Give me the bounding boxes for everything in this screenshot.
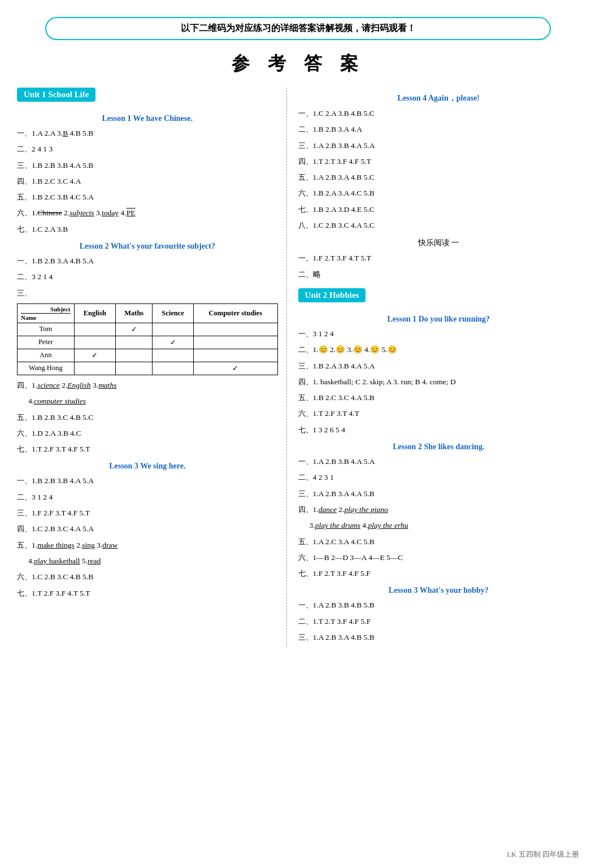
- lesson4-row2: 二、1.B 2.B 3.A 4.A: [298, 123, 579, 136]
- lesson4-row4: 四、1.T 2.T 3.F 4.F 5.T: [298, 155, 579, 168]
- left-column: Unit 1 School Life Lesson 1 We have Chin…: [17, 88, 287, 646]
- u2l1-row6: 六、1.T 2.F 3.T 4.T: [298, 407, 579, 420]
- u2l2-row3: 三、1.A 2.B 3.A 4.A 5.B: [298, 487, 579, 501]
- table-row: Wang Hong ✓: [18, 362, 278, 375]
- lesson2-row7: 七、1.T 2.F 3.T 4.F 5.T: [17, 442, 278, 456]
- lesson1-row7: 七、1.C 2.A 3.B: [17, 223, 278, 236]
- lesson3-row2: 二、3 1 2 4: [17, 491, 278, 504]
- table-row: Peter ✓: [18, 336, 278, 349]
- u2l2-row4b: 3.play the drums 4.play the erhu: [298, 519, 579, 532]
- u2l1-row2: 二、1.😊 2.😊 3.😊 4.😊 5.😊: [298, 343, 579, 357]
- u2l2-row7: 七、1.F 2.T 3.F 4.F 5.F: [298, 567, 579, 580]
- lesson1-row2: 二、2 4 1 3: [17, 142, 278, 156]
- lesson1-row3: 三、1.B 2.B 3.B 4.A 5.B: [17, 159, 278, 172]
- lesson1-row5: 五、1.B 2.C 3.B 4.C 5.A: [17, 190, 278, 204]
- kuaile-row2: 二、略: [298, 268, 579, 281]
- top-banner: 以下二维码为对应练习的详细答案讲解视频，请扫码观看！: [45, 17, 551, 40]
- u2l1-row4: 四、1. basketball; C 2. skip; A 3. run; B …: [298, 375, 579, 389]
- lesson2-row5: 五、1.B 2.B 3.C 4.B 5.C: [17, 411, 278, 424]
- kuaile-row1: 一、1.F 2.T 3.F 4.T 5.T: [298, 251, 579, 265]
- u2l1-row1: 一、3 1 2 4: [298, 327, 579, 341]
- lesson3-row3: 三、1.F 2.F 3.T 4.F 5.T: [17, 506, 278, 520]
- lesson4-row6: 六、1.B 2.A 3.A 4.C 5.B: [298, 186, 579, 200]
- u2l2-row5: 五、1.A 2.C 3.A 4.C 5.B: [298, 535, 579, 549]
- table-row: Ann ✓: [18, 349, 278, 362]
- right-column: Lesson 4 Again，please! 一、1.C 2.A 3.B 4.B…: [287, 88, 579, 646]
- lesson3-row7: 七、1.T 2.F 3.F 4.T 5.T: [17, 587, 278, 600]
- subject-table: Subject Name English Maths Science Compu…: [17, 303, 278, 375]
- main-title: 参 考 答 案: [17, 51, 579, 76]
- lesson4-row5: 五、1.A 2.B 3.A 4.B 5.C: [298, 171, 579, 184]
- u2l3-row2: 二、1.T 2.T 3.F 4.F 5.F: [298, 615, 579, 628]
- u2l3-row3: 三、1.A 2.B 3.A 4.B 5.B: [298, 631, 579, 644]
- u2l1-row3: 三、1.B 2.A 3.B 4.A 5.A: [298, 359, 579, 373]
- lesson3-row1: 一、1.B 2.B 3.B 4.A 5.A: [17, 474, 278, 488]
- kuaile-title: 快乐阅读 一: [298, 238, 579, 248]
- u2l2-row1: 一、1.A 2.B 3.B 4.A 5.A: [298, 455, 579, 468]
- lesson2-row3: 三、: [17, 287, 278, 300]
- lesson3-title: Lesson 3 We sing here.: [17, 462, 278, 471]
- lesson2-row4: 四、1.science 2.English 3.maths: [17, 379, 278, 392]
- lesson2-title: Lesson 2 What's your favourite subject?: [17, 242, 278, 251]
- lesson4-row7: 七、1.B 2.A 3.D 4.E 5.C: [298, 203, 579, 216]
- table-header-maths: Maths: [116, 303, 153, 323]
- unit2-badge: Unit 2 Hobbies: [298, 288, 366, 302]
- u2lesson2-title: Lesson 2 She likes dancing.: [298, 442, 579, 452]
- footer: LK 五四制 四年级上册: [507, 849, 579, 860]
- u2l2-row2: 二、4 2 3 1: [298, 471, 579, 484]
- lesson2-row6: 六、1.D 2.A 3.B 4.C: [17, 427, 278, 440]
- table-header-name: Subject Name: [18, 303, 75, 323]
- table-header-science: Science: [153, 303, 194, 323]
- u2lesson1-title: Lesson 1 Do you like running?: [298, 315, 579, 324]
- u2lesson3-title: Lesson 3 What's your hobby?: [298, 586, 579, 595]
- unit1-badge: Unit 1 School Life: [17, 88, 95, 102]
- table-header-computer: Computer studies: [193, 303, 277, 323]
- lesson4-row1: 一、1.C 2.A 3.B 4.B 5.C: [298, 107, 579, 120]
- lesson4-row8: 八、1.C 2.B 3.C 4.A 5.C: [298, 219, 579, 232]
- lesson4-title: Lesson 4 Again，please!: [298, 93, 579, 103]
- lesson1-row4: 四、1.B 2.C 3.C 4.A: [17, 175, 278, 188]
- u2l2-row6: 六、1—B 2—D 3—A 4—E 5—C: [298, 551, 579, 565]
- lesson2-row2: 二、3 2 1 4: [17, 270, 278, 284]
- lesson1-row1: 一、1.A 2.A 3.B 4.B 5.B: [17, 127, 278, 140]
- u2l1-row7: 七、1 3 2 6 5 4: [298, 423, 579, 437]
- lesson2-row1: 一、1.B 2.B 3.A 4.B 5.A: [17, 254, 278, 268]
- lesson3-row6: 六、1.C 2.B 3.C 4.B 5.B: [17, 570, 278, 584]
- table-row: Tom ✓: [18, 323, 278, 336]
- u2l3-row1: 一、1.A 2.B 3.B 4.B 5.B: [298, 598, 579, 612]
- lesson1-title: Lesson 1 We have Chinese.: [17, 114, 278, 123]
- u2l2-row4: 四、1.dance 2.play the piano: [298, 503, 579, 517]
- lesson2-row4b: 4.computer studies: [17, 394, 278, 408]
- lesson3-row4: 四、1.C 2.B 3.C 4.A 5.A: [17, 522, 278, 536]
- lesson4-row3: 三、1.A 2.B 3.B 4.A 5.A: [298, 139, 579, 153]
- lesson1-row6: 六、1.Chinese 2.subjects 3.today 4.PE: [17, 206, 278, 220]
- u2l1-row5: 五、1.B 2.C 3.C 4.A 5.B: [298, 391, 579, 405]
- table-header-english: English: [74, 303, 116, 323]
- lesson3-row5b: 4.play basketball 5.read: [17, 554, 278, 568]
- lesson3-row5: 五、1.make things 2.sing 3.draw: [17, 539, 278, 552]
